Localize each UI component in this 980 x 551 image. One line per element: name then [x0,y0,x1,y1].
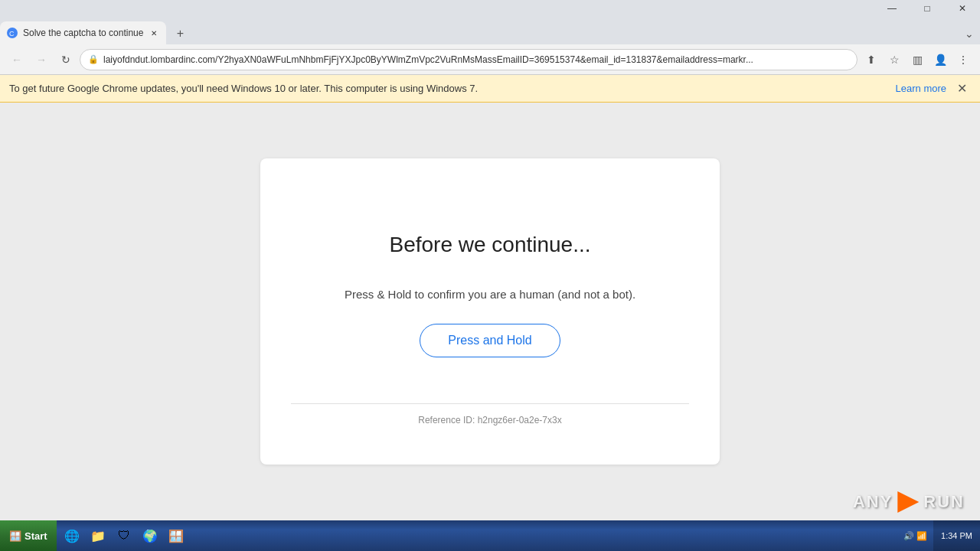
taskbar-explorer-icon[interactable]: 📁 [86,523,110,548]
taskbar-clock: 1:34 PM [933,520,980,551]
lock-icon: 🔒 [88,54,99,64]
toolbar: ← → ↻ 🔒 laiyofdndut.lombardinc.com/Y2hya… [0,44,980,75]
windows-icon: 🪟 [9,530,21,542]
menu-button[interactable]: ⋮ [952,49,974,70]
close-button[interactable]: ✕ [945,0,980,17]
address-bar[interactable]: 🔒 laiyofdndut.lombardinc.com/Y2hyaXN0aWF… [80,49,858,70]
taskbar-shield-icon[interactable]: 🛡 [112,523,136,548]
tab-overflow-button[interactable]: ⌄ [959,23,980,44]
taskbar-chrome-icon[interactable]: 🌍 [138,523,162,548]
taskbar-system: 🔊 📶 [897,531,933,541]
bookmark-button[interactable]: ☆ [884,49,905,70]
captcha-card: Before we continue... Press & Hold to co… [260,158,720,465]
maximize-button[interactable]: □ [910,0,945,17]
page-content: Before we continue... Press & Hold to co… [0,103,980,520]
profile-button[interactable]: 👤 [929,49,951,70]
new-tab-button[interactable]: + [169,23,191,44]
captcha-subtitle: Press & Hold to confirm you are a human … [345,288,635,301]
taskbar-ie-icon[interactable]: 🌐 [60,523,84,548]
refresh-button[interactable]: ↻ [55,49,77,70]
captcha-reference: Reference ID: h2ngz6er-0a2e-7x3x [291,403,689,436]
tab-title: Solve the captcha to continue [23,28,143,38]
sidebar-button[interactable]: ▥ [906,49,928,70]
toolbar-right: ⬆ ☆ ▥ 👤 ⋮ [861,49,974,70]
share-button[interactable]: ⬆ [861,49,882,70]
svg-text:C: C [9,30,15,37]
system-tray-icons: 🔊 📶 [903,531,927,541]
start-button[interactable]: 🪟 Start [0,520,57,551]
forward-button[interactable]: → [31,49,52,70]
chrome-window: — □ ✕ C Solve the captcha to continue ✕ … [0,0,980,520]
taskbar-edge-icon[interactable]: 🪟 [164,523,188,548]
back-button[interactable]: ← [6,49,28,70]
info-bar: To get future Google Chrome updates, you… [0,75,980,103]
anyrun-watermark: ANY RUN [853,491,965,513]
taskbar: 🪟 Start 🌐 📁 🛡 🌍 🪟 🔊 📶 1:34 PM [0,520,980,551]
anyrun-play-icon [897,491,919,513]
tab-favicon: C [6,27,18,39]
minimize-button[interactable]: — [874,0,910,17]
info-bar-message: To get future Google Chrome updates, you… [9,83,890,94]
start-label: Start [24,530,47,542]
title-bar: — □ ✕ [0,0,980,17]
tab-close-button[interactable]: ✕ [148,27,160,39]
anyrun-text: ANY [853,492,893,512]
anyrun-text2: RUN [923,492,965,512]
learn-more-link[interactable]: Learn more [896,83,946,94]
taskbar-items: 🌐 📁 🛡 🌍 🪟 [57,523,897,548]
clock-time: 1:34 PM [941,531,972,540]
active-tab[interactable]: C Solve the captcha to continue ✕ [0,21,166,44]
captcha-title: Before we continue... [389,233,590,257]
window-controls: — □ ✕ [874,0,980,17]
tab-bar: C Solve the captcha to continue ✕ + ⌄ [0,17,980,44]
info-bar-close-button[interactable]: ✕ [952,80,971,98]
url-text: laiyofdndut.lombardinc.com/Y2hyaXN0aWFuL… [103,54,849,65]
press-and-hold-button[interactable]: Press and Hold [420,324,560,357]
